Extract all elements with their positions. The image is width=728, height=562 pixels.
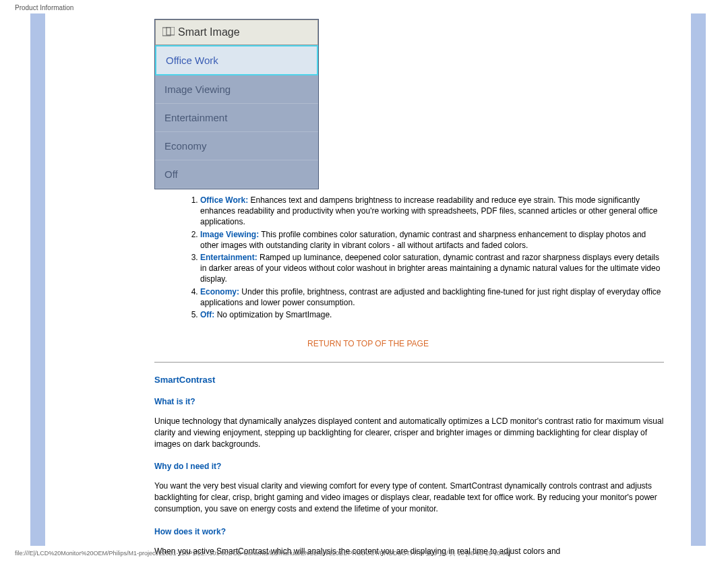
smartimage-osd: Smart Image Office Work Image Viewing En… bbox=[154, 19, 319, 189]
left-strip bbox=[30, 13, 45, 546]
right-strip bbox=[691, 13, 706, 546]
list-item: Off: No optimization by SmartImage. bbox=[200, 309, 664, 320]
mode-term: Image Viewing: bbox=[200, 230, 259, 239]
return-to-top-link[interactable]: RETURN TO TOP OF THE PAGE bbox=[307, 339, 429, 348]
list-item: Image Viewing: This profile combines col… bbox=[200, 229, 664, 251]
osd-title-bar: Smart Image bbox=[155, 20, 318, 45]
mode-term: Office Work: bbox=[200, 195, 248, 205]
subhead-how-works: How does it work? bbox=[154, 527, 664, 536]
smartcontrast-section: SmartContrast What is it? Unique technol… bbox=[154, 375, 664, 557]
footer-path: file:///E|/LCD%20Monitor%20OEM/Philips/M… bbox=[15, 549, 510, 558]
mode-term: Entertainment: bbox=[200, 253, 257, 262]
osd-item-office-work[interactable]: Office Work bbox=[155, 45, 318, 75]
paragraph: Unique technology that dynamically analy… bbox=[154, 416, 664, 449]
osd-item-economy[interactable]: Economy bbox=[155, 132, 318, 160]
list-item: Office Work: Enhances text and dampens b… bbox=[200, 195, 664, 228]
subhead-what-is-it: What is it? bbox=[154, 397, 664, 406]
mode-desc: No optimization by SmartImage. bbox=[214, 310, 332, 319]
modes-list: Office Work: Enhances text and dampens b… bbox=[180, 195, 664, 320]
page-header: Product Information bbox=[15, 4, 73, 11]
osd-item-entertainment[interactable]: Entertainment bbox=[155, 104, 318, 132]
list-item: Economy: Under this profile, brightness,… bbox=[200, 286, 664, 308]
mode-desc: Under this profile, brightness, contrast… bbox=[200, 287, 661, 307]
mode-desc: This profile combines color saturation, … bbox=[200, 230, 646, 250]
osd-title-text: Smart Image bbox=[178, 26, 240, 38]
divider bbox=[154, 362, 664, 363]
mode-desc: Enhances text and dampens brightness to … bbox=[200, 195, 657, 226]
page-frame: Smart Image Office Work Image Viewing En… bbox=[30, 13, 706, 546]
mode-desc: Ramped up luminance, deepened color satu… bbox=[200, 253, 660, 284]
osd-item-off[interactable]: Off bbox=[155, 160, 318, 189]
paragraph: You want the very best visual clarity an… bbox=[154, 480, 664, 514]
content-area: Smart Image Office Work Image Viewing En… bbox=[45, 13, 691, 546]
section-title: SmartContrast bbox=[154, 375, 664, 385]
mode-term: Economy: bbox=[200, 287, 239, 296]
osd-item-image-viewing[interactable]: Image Viewing bbox=[155, 75, 318, 104]
return-to-top: RETURN TO TOP OF THE PAGE bbox=[45, 339, 691, 348]
subhead-why-need: Why do I need it? bbox=[154, 462, 664, 471]
smartimage-icon bbox=[162, 27, 175, 38]
list-item: Entertainment: Ramped up luminance, deep… bbox=[200, 252, 664, 285]
mode-term: Off: bbox=[200, 310, 214, 319]
